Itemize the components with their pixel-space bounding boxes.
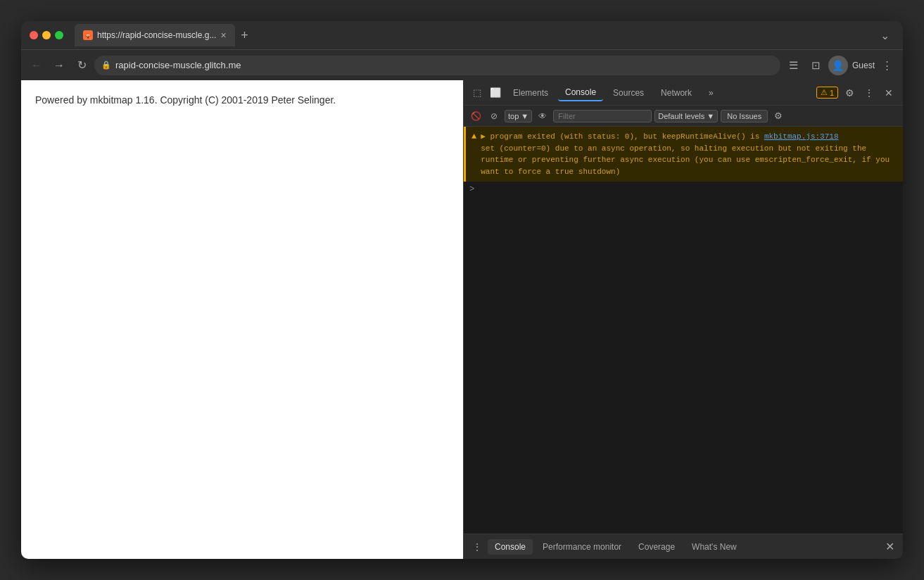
tab-network[interactable]: Network <box>654 85 699 101</box>
title-bar-controls: ⌄ <box>875 25 894 45</box>
address-bar: ← → ↻ 🔒 rapid-concise-muscle.glitch.me ☰… <box>21 49 903 80</box>
devtools-more-button[interactable]: ⋮ <box>861 84 878 101</box>
close-window-button[interactable] <box>30 31 38 39</box>
console-filter-icon: ⊘ <box>486 108 502 124</box>
tab-title: https://rapid-concise-muscle.g... <box>97 30 216 40</box>
device-toggle-button[interactable]: ⬜ <box>488 85 503 101</box>
console-prompt: > <box>464 182 903 197</box>
warning-badge[interactable]: ⚠ 1 <box>816 87 838 99</box>
back-button[interactable]: ← <box>27 56 46 75</box>
bottom-tab-coverage[interactable]: Coverage <box>631 539 682 555</box>
new-tab-button[interactable]: + <box>235 25 255 45</box>
console-warning-message: ▲ ▶ program exited (with status: 0), but… <box>464 127 903 182</box>
levels-label: Default levels <box>658 112 704 120</box>
console-toolbar: 🚫 ⊘ top ▼ 👁 Default levels ▼ No Issues ⚙ <box>464 106 903 127</box>
console-eye-button[interactable]: 👁 <box>535 108 550 124</box>
tab-sources[interactable]: Sources <box>606 85 651 101</box>
title-bar: 🎪 https://rapid-concise-muscle.g... × + … <box>21 21 903 49</box>
console-levels-select[interactable]: Default levels ▼ <box>654 110 718 122</box>
console-filter-input[interactable] <box>553 110 652 122</box>
warning-text-prefix: ▶ program exited (with status: 0), but k… <box>481 132 764 141</box>
warning-triangle-icon: ▲ <box>472 132 476 141</box>
console-settings-button[interactable]: ⚙ <box>771 108 786 124</box>
browser-tab[interactable]: 🎪 https://rapid-concise-muscle.g... × <box>75 24 235 46</box>
bottom-close-button[interactable]: ✕ <box>882 539 897 555</box>
warning-link[interactable]: mkbitmap.js:3718 <box>764 132 839 141</box>
bottom-dots-button[interactable]: ⋮ <box>469 539 485 555</box>
tab-search-button[interactable]: ⊡ <box>806 55 827 76</box>
forward-button[interactable]: → <box>49 56 69 75</box>
console-output: ▲ ▶ program exited (with status: 0), but… <box>464 127 903 534</box>
lock-icon: 🔒 <box>101 61 111 70</box>
warning-message-content: ▶ program exited (with status: 0), but k… <box>481 131 897 177</box>
traffic-lights <box>30 31 63 39</box>
webpage: Powered by mkbitmap 1.16. Copyright (C) … <box>21 80 463 559</box>
maximize-window-button[interactable] <box>55 31 63 39</box>
bottom-tab-whats-new[interactable]: What's New <box>685 539 744 555</box>
console-clear-button[interactable]: 🚫 <box>468 108 483 124</box>
console-issues-badge[interactable]: No Issues <box>721 110 768 122</box>
refresh-button[interactable]: ↻ <box>72 56 91 75</box>
content-area: Powered by mkbitmap 1.16. Copyright (C) … <box>21 80 903 559</box>
tab-console[interactable]: Console <box>558 84 603 101</box>
warning-text-body: set (counter=0) due to an async operatio… <box>481 144 890 176</box>
bookmarks-button[interactable]: ☰ <box>783 55 804 76</box>
url-bar[interactable]: 🔒 rapid-concise-muscle.glitch.me <box>94 56 780 75</box>
console-context-select[interactable]: top ▼ <box>505 110 532 122</box>
inspect-element-button[interactable]: ⬚ <box>469 85 485 101</box>
profile-button[interactable]: 👤 <box>828 56 848 75</box>
devtools-close-button[interactable]: ✕ <box>880 84 897 101</box>
tab-elements[interactable]: Elements <box>506 85 555 101</box>
address-bar-actions: ☰ ⊡ 👤 Guest ⋮ <box>783 55 897 76</box>
context-label: top <box>508 112 519 120</box>
bottom-tab-console[interactable]: Console <box>488 539 533 555</box>
warning-badge-icon: ⚠ <box>821 88 828 97</box>
devtools-settings-button[interactable]: ⚙ <box>841 84 858 101</box>
warning-badge-count: 1 <box>830 89 834 97</box>
tab-bar: 🎪 https://rapid-concise-muscle.g... × + <box>75 24 469 46</box>
devtools-panel: ⬚ ⬜ Elements Console Sources Network » ⚠… <box>463 80 903 559</box>
context-arrow-icon: ▼ <box>521 112 529 120</box>
prompt-arrow-icon: > <box>469 184 474 194</box>
tab-close-button[interactable]: × <box>220 30 226 40</box>
bottom-tab-performance-monitor[interactable]: Performance monitor <box>536 539 628 555</box>
tab-more[interactable]: » <box>702 85 721 101</box>
levels-arrow-icon: ▼ <box>707 112 714 120</box>
devtools-inspect-icons: ⬚ ⬜ <box>469 85 503 101</box>
browser-window: 🎪 https://rapid-concise-muscle.g... × + … <box>21 21 903 559</box>
devtools-bottom-bar: ⋮ Console Performance monitor Coverage W… <box>464 534 903 559</box>
webpage-content: Powered by mkbitmap 1.16. Copyright (C) … <box>35 94 449 106</box>
devtools-toolbar: ⬚ ⬜ Elements Console Sources Network » ⚠… <box>464 80 903 106</box>
profile-label: Guest <box>852 61 875 70</box>
url-text: rapid-concise-muscle.glitch.me <box>115 60 241 70</box>
more-options-button[interactable]: ⋮ <box>876 55 897 76</box>
title-bar-menu-button[interactable]: ⌄ <box>875 25 894 45</box>
minimize-window-button[interactable] <box>42 31 51 39</box>
tab-favicon-icon: 🎪 <box>83 30 93 40</box>
